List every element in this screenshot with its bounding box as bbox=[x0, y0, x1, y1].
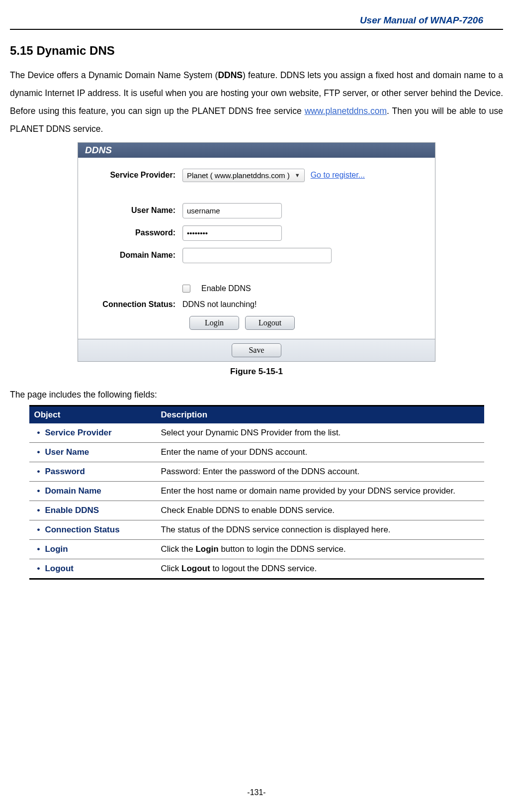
description-cell: Check Enable DDNS to enable DDNS service… bbox=[156, 501, 484, 520]
username-input[interactable] bbox=[182, 203, 282, 218]
manual-header-title: User Manual of WNAP-7206 bbox=[10, 15, 503, 29]
table-row: User NameEnter the name of your DDNS acc… bbox=[29, 442, 484, 462]
save-button[interactable]: Save bbox=[232, 343, 281, 357]
table-row: LoginClick the Login button to login the… bbox=[29, 539, 484, 559]
object-cell: Connection Status bbox=[29, 520, 156, 539]
domain-name-input[interactable] bbox=[182, 248, 332, 263]
object-cell: User Name bbox=[29, 442, 156, 462]
description-cell: The status of the DDNS service connectio… bbox=[156, 520, 484, 539]
label-connection-status: Connection Status: bbox=[88, 300, 182, 309]
object-cell: Logout bbox=[29, 559, 156, 579]
description-cell: Enter the host name or domain name provi… bbox=[156, 481, 484, 501]
object-cell: Enable DDNS bbox=[29, 501, 156, 520]
object-cell: Domain Name bbox=[29, 481, 156, 501]
col-object: Object bbox=[29, 406, 156, 423]
figure-caption: Figure 5-15-1 bbox=[10, 367, 503, 377]
object-cell: Password bbox=[29, 462, 156, 481]
header-rule bbox=[10, 29, 503, 30]
description-cell: Select your Dynamic DNS Provider from th… bbox=[156, 423, 484, 443]
col-description: Description bbox=[156, 406, 484, 423]
table-row: Domain NameEnter the host name or domain… bbox=[29, 481, 484, 501]
fields-intro: The page includes the following fields: bbox=[10, 390, 503, 400]
table-row: LogoutClick Logout to logout the DDNS se… bbox=[29, 559, 484, 579]
table-row: Connection StatusThe status of the DDNS … bbox=[29, 520, 484, 539]
connection-status-value: DDNS not launching! bbox=[182, 300, 256, 309]
page-number: -131- bbox=[0, 788, 513, 797]
login-button[interactable]: Login bbox=[189, 316, 239, 330]
chevron-down-icon: ▼ bbox=[295, 172, 300, 178]
description-cell: Click Logout to logout the DDNS service. bbox=[156, 559, 484, 579]
label-domain-name: Domain Name: bbox=[88, 251, 182, 260]
description-cell: Click the Login button to login the DDNS… bbox=[156, 539, 484, 559]
label-user-name: User Name: bbox=[88, 206, 182, 215]
table-row: PasswordPassword: Enter the password of … bbox=[29, 462, 484, 481]
service-provider-dropdown[interactable]: Planet ( www.planetddns.com ) ▼ bbox=[182, 169, 305, 182]
description-cell: Password: Enter the password of the DDNS… bbox=[156, 462, 484, 481]
enable-ddns-label: Enable DDNS bbox=[201, 284, 251, 293]
label-password: Password: bbox=[88, 228, 182, 237]
logout-button[interactable]: Logout bbox=[245, 316, 295, 330]
description-cell: Enter the name of your DDNS account. bbox=[156, 442, 484, 462]
label-service-provider: Service Provider: bbox=[88, 171, 182, 180]
section-intro: The Device offers a Dynamic Domain Name … bbox=[10, 67, 503, 138]
service-provider-selected: Planet ( www.planetddns.com ) bbox=[187, 171, 290, 180]
planetddns-link[interactable]: www.planetddns.com bbox=[305, 106, 387, 116]
object-cell: Service Provider bbox=[29, 423, 156, 443]
table-row: Enable DDNSCheck Enable DDNS to enable D… bbox=[29, 501, 484, 520]
ddns-panel-title: DDNS bbox=[78, 143, 435, 158]
table-row: Service ProviderSelect your Dynamic DNS … bbox=[29, 423, 484, 443]
enable-ddns-checkbox[interactable] bbox=[182, 285, 190, 293]
ddns-panel: DDNS Service Provider: Planet ( www.plan… bbox=[78, 142, 435, 362]
password-input[interactable] bbox=[182, 225, 282, 241]
go-to-register-link[interactable]: Go to register... bbox=[311, 171, 365, 180]
object-cell: Login bbox=[29, 539, 156, 559]
section-heading: 5.15 Dynamic DNS bbox=[10, 44, 503, 58]
fields-table: Object Description Service ProviderSelec… bbox=[29, 405, 484, 580]
